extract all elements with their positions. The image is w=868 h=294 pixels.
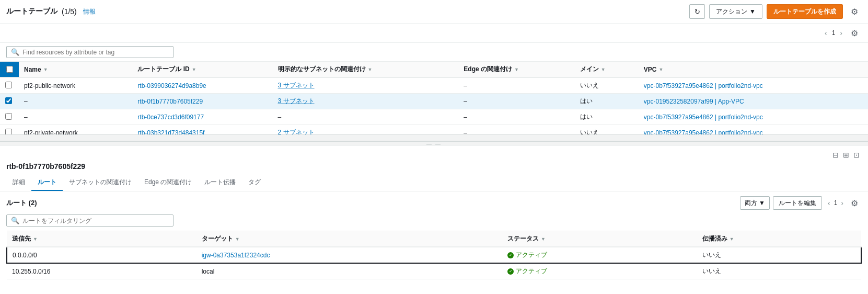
name-sort-icon[interactable]: ▼ (43, 67, 48, 72)
vpc-name-link[interactable]: portfolio2nd-vpc (718, 82, 762, 89)
vpc-name-link[interactable]: App-VPC (718, 98, 744, 105)
row-vpc: vpc-0195232582097af99 | App-VPC (639, 94, 868, 109)
routes-search-icon: 🔍 (11, 217, 19, 224)
row-checkbox-cell (0, 77, 19, 94)
select-all-checkbox[interactable] (6, 66, 13, 73)
row-main: いいえ (575, 125, 639, 135)
routes-prev-page[interactable]: ‹ (826, 199, 832, 207)
table-row[interactable]: –rtb-0f1b7770b7605f2293 サブネット–はいvpc-0195… (0, 94, 868, 109)
action-label: アクション (716, 7, 747, 16)
direction-arrow-icon: ▼ (759, 199, 765, 207)
dest-sort-icon[interactable]: ▼ (33, 236, 38, 242)
row-name: – (19, 94, 132, 109)
table-row[interactable]: pf2-public-networkrtb-0399036274d9a8b9e3… (0, 77, 868, 94)
direction-button[interactable]: 両方 ▼ (740, 196, 770, 210)
col-vpc: VPC ▼ (639, 62, 868, 77)
table-settings-icon-button[interactable]: ⚙ (847, 26, 862, 40)
table-row[interactable]: pf2-private-networkrtb-03b321d73d484315f… (0, 125, 868, 135)
table-row[interactable]: –rtb-0ce737cd3d6f09177––はいvpc-0b7f53927a… (0, 109, 868, 125)
prev-page-button[interactable]: ‹ (823, 29, 829, 37)
tab-サブネットの関連付け[interactable]: サブネットの関連付け (63, 175, 138, 191)
row-route-id: rtb-03b321d73d484315f (132, 125, 272, 135)
search-box: 🔍 (6, 46, 173, 58)
tab-タグ[interactable]: タグ (242, 175, 267, 191)
routes-next-page[interactable]: › (839, 199, 845, 207)
routes-col-target: ターゲット ▼ (196, 231, 502, 247)
row-route-id: rtb-0ce737cd3d6f09177 (132, 109, 272, 125)
view-split-icon-button[interactable]: ⊟ (830, 150, 841, 160)
target-link[interactable]: igw-0a37353a1f2324cdc (202, 252, 270, 259)
row-route-id: rtb-0399036274d9a8b9e (132, 77, 272, 94)
col-subnets: 明示的なサブネットの関連付け ▼ (273, 62, 459, 77)
settings-icon: ⚙ (851, 7, 858, 17)
create-button[interactable]: ルートテーブルを作成 (767, 4, 843, 19)
vpc-name-link[interactable]: portfolio2nd-vpc (718, 129, 762, 135)
col-name: Name ▼ (19, 62, 132, 77)
vpc-id-link[interactable]: vpc-0b7f53927a95e4862 | (644, 82, 719, 89)
direction-label: 両方 (745, 199, 757, 208)
vpc-id-link[interactable]: vpc-0195232582097af99 | (644, 98, 718, 105)
col-main: メイン ▼ (575, 62, 639, 77)
resize-bar[interactable]: — — (0, 141, 868, 145)
bottom-header: ⊟ ⊞ ⊡ rtb-0f1b7770b7605f229 詳細ルートサブネットの関… (0, 145, 868, 191)
tab-ルート伝播[interactable]: ルート伝播 (198, 175, 242, 191)
vpc-name-link[interactable]: portfolio2nd-vpc (718, 114, 762, 121)
row-checkbox[interactable] (5, 82, 12, 88)
row-name: – (19, 109, 132, 125)
routes-settings-icon[interactable]: ⚙ (847, 196, 862, 210)
row-edge: – (458, 125, 574, 135)
routes-table-row[interactable]: 10.255.0.0/16localアクティブいいえ (7, 263, 861, 279)
route-id-sort-icon[interactable]: ▼ (192, 67, 196, 72)
routes-list-table: Name ▼ ルートテーブル ID ▼ 明示的な (0, 62, 868, 134)
horizontal-scrollbar[interactable] (0, 134, 868, 141)
routes-table-row[interactable]: 0.0.0.0/0igw-0a37353a1f2324cdcアクティブいいえ (7, 247, 861, 263)
routes-section: ルート (2) 両方 ▼ ルートを編集 ‹ 1 › ⚙ (0, 191, 868, 294)
row-main: いいえ (575, 77, 639, 94)
search-input[interactable] (22, 49, 169, 56)
row-vpc: vpc-0b7f53927a95e4862 | portfolio2nd-vpc (639, 77, 868, 94)
edge-sort-icon[interactable]: ▼ (514, 67, 519, 72)
refresh-button[interactable]: ↻ (689, 4, 705, 19)
tab-ルート[interactable]: ルート (31, 175, 63, 191)
row-checkbox[interactable] (5, 97, 12, 104)
table-container: Name ▼ ルートテーブル ID ▼ 明示的な (0, 62, 868, 134)
vpc-sort-icon[interactable]: ▼ (659, 67, 664, 72)
subnet-link[interactable]: 2 サブネット (278, 129, 315, 134)
row-checkbox[interactable] (5, 113, 12, 120)
row-edge: – (458, 77, 574, 94)
action-button[interactable]: アクション ▼ (709, 4, 762, 19)
route-id-link[interactable]: rtb-0f1b7770b7605f229 (137, 98, 203, 105)
route-id-link[interactable]: rtb-0ce737cd3d6f09177 (137, 114, 204, 121)
status-sort-icon[interactable]: ▼ (541, 236, 546, 242)
subnet-link[interactable]: 3 サブネット (278, 82, 315, 89)
edit-routes-button[interactable]: ルートを編集 (773, 196, 822, 210)
target-sort-icon[interactable]: ▼ (235, 236, 240, 242)
view-full-icon-button[interactable]: ⊡ (851, 150, 862, 160)
routes-filter-input[interactable] (22, 217, 169, 224)
row-main: はい (575, 109, 639, 125)
vpc-id-link[interactable]: vpc-0b7f53927a95e4862 | (644, 114, 719, 121)
col-route-id: ルートテーブル ID ▼ (132, 62, 272, 77)
next-page-button[interactable]: › (838, 29, 844, 37)
subnet-link[interactable]: 3 サブネット (278, 97, 315, 105)
settings-icon-button[interactable]: ⚙ (847, 4, 862, 19)
vpc-id-link[interactable]: vpc-0b7f53927a95e4862 | (644, 129, 719, 135)
tab-詳細[interactable]: 詳細 (6, 175, 31, 191)
col-edge: Edge の関連付け ▼ (458, 62, 574, 77)
tab-Edge の関連付け[interactable]: Edge の関連付け (138, 175, 198, 191)
routes-col-dest: 送信先 ▼ (7, 231, 196, 247)
view-grid-icon-button[interactable]: ⊞ (841, 150, 851, 160)
routes-filter-row: 🔍 (6, 214, 862, 227)
info-link[interactable]: 情報 (83, 7, 96, 16)
propagated-sort-icon[interactable]: ▼ (730, 236, 734, 242)
page-number: 1 (832, 29, 836, 37)
routes-pagination: ‹ 1 › ⚙ (826, 196, 862, 210)
route-id-link[interactable]: rtb-0399036274d9a8b9e (137, 82, 206, 89)
row-checkbox[interactable] (5, 129, 12, 135)
routes-title: ルート (2) (6, 198, 37, 208)
route-id-link[interactable]: rtb-03b321d73d484315f (137, 129, 204, 135)
main-sort-icon[interactable]: ▼ (601, 67, 606, 72)
routes-row-propagated: いいえ (697, 263, 861, 279)
subnets-sort-icon[interactable]: ▼ (368, 67, 373, 72)
row-edge: – (458, 109, 574, 125)
